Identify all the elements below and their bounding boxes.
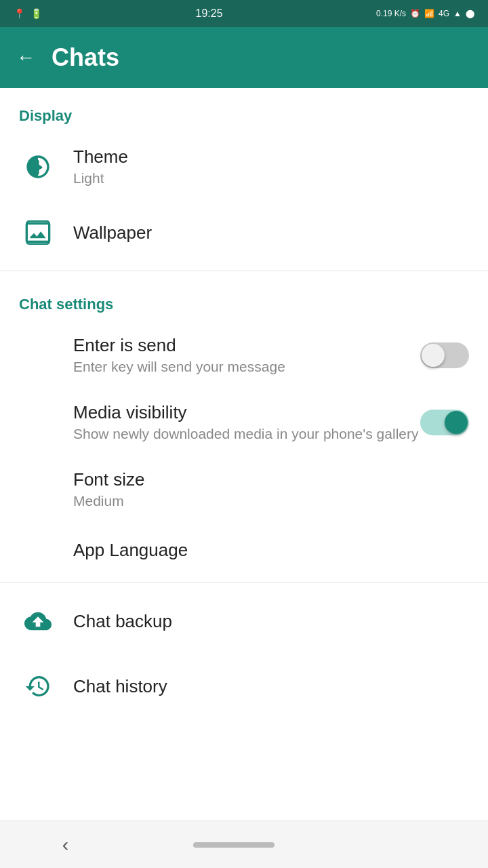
status-bar: 📍 🔋 19:25 0.19 K/s ⏰ 📶 4G ▲ ⬤ — [0, 0, 488, 27]
theme-text: Theme Light — [73, 146, 469, 186]
page-title: Chats — [52, 43, 119, 72]
wifi-icon: 📶 — [424, 9, 434, 18]
theme-subtitle: Light — [73, 170, 469, 186]
media-visibility-toggle-knob — [445, 411, 468, 434]
font-size-title: Font size — [73, 469, 469, 490]
chat-backup-icon — [19, 602, 57, 640]
media-visibility-toggle[interactable] — [420, 410, 469, 435]
app-language-text: App Language — [73, 540, 469, 561]
battery-full-icon: ⬤ — [466, 9, 474, 18]
enter-is-send-toggle[interactable] — [420, 342, 469, 368]
chat-settings-section-header: Chat settings — [0, 277, 488, 321]
network-icon: 4G — [439, 9, 449, 18]
theme-row[interactable]: Theme Light — [0, 133, 488, 200]
chat-backup-text: Chat backup — [73, 611, 469, 632]
divider-1 — [0, 271, 488, 271]
theme-icon — [19, 148, 57, 186]
chat-history-text: Chat history — [73, 676, 469, 697]
app-bar: ← Chats — [0, 27, 488, 88]
battery-icon: 🔋 — [30, 8, 42, 19]
chat-history-title: Chat history — [73, 676, 469, 697]
enter-is-send-toggle-knob — [422, 344, 445, 367]
chat-history-row[interactable]: Chat history — [0, 654, 488, 719]
enter-is-send-subtitle: Enter key will send your message — [73, 359, 420, 375]
theme-title: Theme — [73, 146, 469, 167]
divider-2 — [0, 583, 488, 583]
media-visibility-subtitle: Show newly downloaded media in your phon… — [73, 426, 420, 442]
enter-is-send-toggle-container — [420, 342, 469, 368]
display-section-header: Display — [0, 88, 488, 133]
wallpaper-text: Wallpaper — [73, 222, 469, 243]
status-right: 0.19 K/s ⏰ 📶 4G ▲ ⬤ — [376, 9, 474, 18]
signal-icon: ▲ — [453, 9, 462, 18]
enter-is-send-text: Enter is send Enter key will send your m… — [73, 335, 420, 375]
svg-rect-0 — [26, 221, 49, 243]
nav-back-button[interactable]: ‹ — [62, 834, 68, 856]
enter-is-send-row[interactable]: Enter is send Enter key will send your m… — [0, 321, 488, 389]
wallpaper-icon — [19, 214, 57, 252]
status-left: 📍 🔋 — [14, 8, 42, 19]
media-visibility-text: Media visibility Show newly downloaded m… — [73, 402, 420, 442]
chat-history-icon — [19, 667, 57, 705]
media-visibility-toggle-container — [420, 410, 469, 435]
wallpaper-title: Wallpaper — [73, 222, 469, 243]
font-size-text: Font size Medium — [73, 469, 469, 509]
media-visibility-title: Media visibility — [73, 402, 420, 423]
chat-backup-row[interactable]: Chat backup — [0, 589, 488, 654]
font-size-subtitle: Medium — [73, 493, 469, 509]
content: Display Theme Light Wallpaper Chat sett — [0, 88, 488, 773]
back-button[interactable]: ← — [16, 47, 35, 68]
speed-indicator: 0.19 K/s — [376, 9, 406, 18]
app-language-title: App Language — [73, 540, 469, 561]
enter-is-send-title: Enter is send — [73, 335, 420, 356]
chat-backup-title: Chat backup — [73, 611, 469, 632]
status-time: 19:25 — [196, 7, 223, 20]
app-language-row[interactable]: App Language — [0, 523, 488, 577]
alarm-icon: ⏰ — [410, 9, 420, 18]
wallpaper-row[interactable]: Wallpaper — [0, 200, 488, 265]
home-indicator — [193, 842, 274, 848]
media-visibility-row[interactable]: Media visibility Show newly downloaded m… — [0, 389, 488, 456]
font-size-row[interactable]: Font size Medium — [0, 456, 488, 523]
location-icon: 📍 — [14, 8, 25, 19]
bottom-nav: ‹ — [0, 821, 488, 868]
